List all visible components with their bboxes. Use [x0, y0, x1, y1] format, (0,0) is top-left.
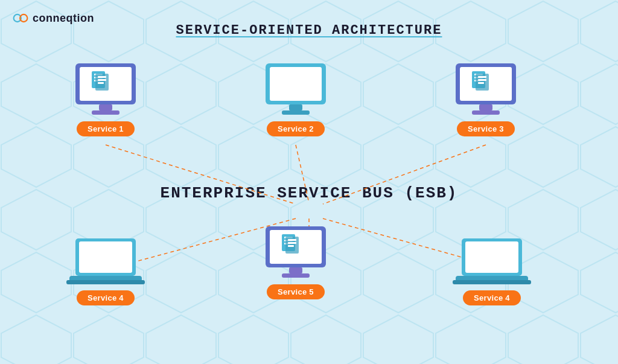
monitor-s1: [72, 60, 139, 118]
svg-rect-51: [288, 245, 294, 247]
svg-rect-39: [66, 280, 145, 284]
service-node-s4a: Service 4: [66, 235, 145, 305]
laptop-s4a: [66, 235, 145, 287]
svg-rect-17: [98, 76, 106, 78]
svg-rect-50: [288, 242, 296, 244]
logo-icon: [12, 10, 29, 27]
monitor-s5: [263, 223, 329, 281]
hex-background: [0, 0, 618, 364]
logo-text: conneqtion: [33, 12, 94, 25]
svg-rect-18: [98, 79, 106, 81]
svg-rect-11: [92, 110, 119, 115]
monitor-s2: [263, 60, 329, 118]
svg-rect-10: [99, 104, 112, 110]
svg-rect-22: [289, 104, 302, 110]
esb-label: ENTERPRISE SERVICE BUS (ESB): [161, 184, 458, 202]
service-badge-s1: Service 1: [77, 121, 135, 136]
svg-rect-26: [479, 104, 492, 110]
svg-rect-34: [478, 79, 486, 81]
service-node-s2: Service 2: [263, 60, 329, 136]
svg-rect-23: [282, 110, 310, 115]
service-badge-s4b: Service 4: [463, 290, 521, 305]
svg-rect-55: [453, 280, 531, 284]
logo: conneqtion: [12, 10, 94, 27]
svg-rect-19: [98, 82, 104, 84]
monitor-s3: [453, 60, 519, 118]
svg-rect-37: [79, 241, 132, 273]
svg-rect-33: [478, 76, 486, 78]
laptop-s4b: [453, 235, 531, 287]
svg-rect-42: [289, 267, 302, 273]
svg-rect-53: [465, 241, 518, 273]
svg-rect-27: [472, 110, 500, 115]
svg-rect-35: [478, 82, 484, 84]
service-badge-s4a: Service 4: [77, 290, 135, 305]
service-badge-s5: Service 5: [267, 284, 325, 299]
service-node-s5: Service 5: [263, 223, 329, 299]
service-badge-s3: Service 3: [457, 121, 515, 136]
service-badge-s2: Service 2: [267, 121, 325, 136]
svg-rect-43: [282, 273, 310, 278]
main-title: SERVICE-ORIENTED ARCHITECTURE: [176, 23, 442, 38]
service-node-s4b: Service 4: [453, 235, 531, 305]
svg-rect-49: [288, 239, 296, 241]
service-node-s1: Service 1: [72, 60, 139, 136]
svg-rect-21: [270, 67, 322, 101]
service-node-s3: Service 3: [453, 60, 519, 136]
